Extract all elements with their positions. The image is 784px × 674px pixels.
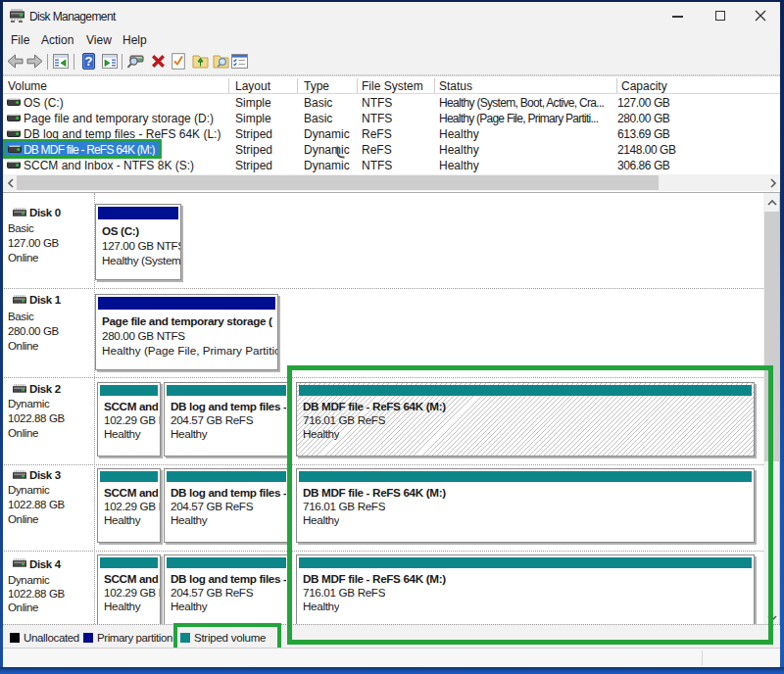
svg-text:?: ?: [85, 54, 93, 69]
